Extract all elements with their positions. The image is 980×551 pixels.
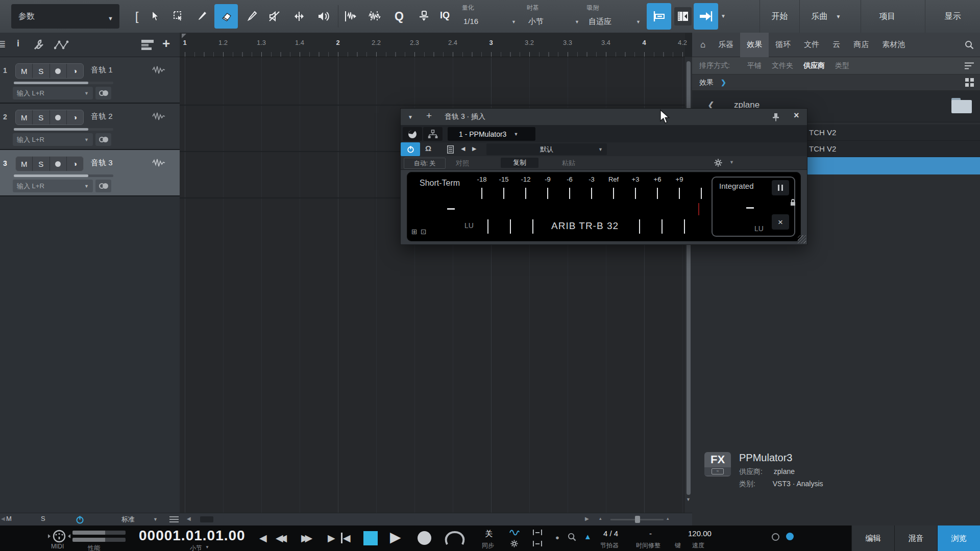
play-button[interactable]: ▶ xyxy=(390,529,401,545)
params-dropdown[interactable]: 参数 ▼ xyxy=(11,4,119,29)
edit-button[interactable]: 编辑 xyxy=(851,525,894,551)
track-row[interactable]: 2 M S ◑ 音轨 2 输入 L+R▼ xyxy=(0,104,180,150)
timebase-chevron-icon[interactable]: ▼ xyxy=(575,19,579,24)
time-display[interactable]: 00001.01.01.00 xyxy=(139,528,246,544)
prerecord-wave-icon[interactable] xyxy=(509,530,520,536)
stereo-mode-button[interactable] xyxy=(95,87,111,99)
track-name[interactable]: 音轨 2 xyxy=(91,112,113,121)
tool-pointer[interactable] xyxy=(145,4,165,29)
plugin-window[interactable]: ▼ + 音轨 3 · 插入 × 1 - PPMulator3 ▼ Ω ◀ ▶ 默… xyxy=(400,108,807,245)
zoom-out-icon[interactable]: ▴ xyxy=(599,516,602,521)
autoscroll-toggle-button[interactable] xyxy=(694,3,718,30)
resize-grip[interactable] xyxy=(798,235,806,243)
sync-value[interactable]: 关 xyxy=(485,529,493,539)
mute-button[interactable]: M xyxy=(16,110,33,124)
tab-pool[interactable]: 素材池 xyxy=(875,33,912,57)
lock-icon[interactable] xyxy=(790,199,796,206)
prev-preset-icon[interactable]: ◀ xyxy=(461,145,465,152)
mute-button[interactable]: M xyxy=(16,157,33,171)
routing-button[interactable] xyxy=(423,127,443,141)
mode-chevron-icon[interactable]: ▼ xyxy=(153,517,158,522)
snap-chevron-icon[interactable]: ▼ xyxy=(636,19,641,24)
snap-toggle-button[interactable] xyxy=(647,3,671,30)
menu-song[interactable]: 乐曲▼ xyxy=(799,0,852,33)
input-select[interactable]: 输入 L+R▼ xyxy=(13,87,93,99)
plugin-slot-select[interactable]: 1 - PPMulator3 ▼ xyxy=(448,127,535,141)
lines-icon[interactable] xyxy=(169,516,179,523)
tab-loops[interactable]: 循环 xyxy=(769,33,797,57)
paste-button[interactable]: 粘贴 xyxy=(562,159,575,168)
tab-shop[interactable]: 商店 xyxy=(847,33,875,57)
monitor-button[interactable]: ◑ xyxy=(67,110,83,124)
next-marker-button[interactable]: ▶ xyxy=(328,532,335,544)
automation-icon[interactable] xyxy=(54,40,71,50)
action-transform[interactable] xyxy=(340,4,360,29)
hscroll-thumb[interactable] xyxy=(200,516,213,522)
tab-cloud[interactable]: 云 xyxy=(826,33,847,57)
zoom-in-icon[interactable]: ▴ xyxy=(667,516,669,521)
precount-icon[interactable]: ● xyxy=(555,534,559,541)
pause-button[interactable] xyxy=(772,180,789,195)
action-quantize[interactable]: Q xyxy=(389,4,409,29)
menu-show[interactable]: 显示 xyxy=(925,0,980,33)
marker-solo-button[interactable]: S xyxy=(41,515,45,522)
tab-instruments[interactable]: 乐器 xyxy=(712,33,740,57)
track-row[interactable]: 1 M S ◑ 音轨 1 输入 L+R▼ xyxy=(0,57,180,104)
inspector-icon[interactable]: i xyxy=(17,38,19,49)
grid-view-icon[interactable] xyxy=(965,78,974,87)
timebase-value[interactable]: 小节 xyxy=(528,17,544,27)
input-select[interactable]: 输入 L+R▼ xyxy=(13,180,93,192)
snap-value[interactable]: 自适应 xyxy=(589,17,611,27)
plugin-titlebar[interactable]: ▼ + 音轨 3 · 插入 × xyxy=(401,109,807,126)
indicator-off-icon[interactable] xyxy=(772,533,779,541)
action-macro[interactable] xyxy=(413,4,434,29)
gear-chevron-icon[interactable]: ▼ xyxy=(729,160,734,165)
bypass-curve-icon[interactable]: Ω xyxy=(425,144,431,153)
tab-effects[interactable]: 效果 xyxy=(740,33,769,57)
performance-mode-icon[interactable]: ▲ xyxy=(584,532,592,541)
time-format-select[interactable]: 小节 xyxy=(190,544,202,551)
solo-button[interactable]: S xyxy=(33,157,50,171)
box-view-icon[interactable]: ⊡ xyxy=(421,228,427,236)
bypass-pie-button[interactable] xyxy=(403,127,422,141)
playhead-marker[interactable] xyxy=(182,34,186,38)
volume-slider[interactable] xyxy=(14,174,113,177)
solo-button[interactable]: S xyxy=(33,110,50,124)
sort-folder[interactable]: 文件夹 xyxy=(772,61,793,70)
film-toggle-button[interactable] xyxy=(674,7,692,26)
indicator-on-icon[interactable] xyxy=(786,533,794,540)
close-meter-button[interactable]: × xyxy=(772,214,789,230)
record-arm-button[interactable] xyxy=(50,110,67,124)
scroll-down-icon[interactable]: ▼ xyxy=(686,497,691,502)
stop-button[interactable] xyxy=(363,531,378,545)
tool-range[interactable] xyxy=(168,4,189,29)
hscroll-left-icon[interactable]: ◀ xyxy=(187,516,191,521)
record-arm-button[interactable] xyxy=(50,157,67,171)
track-name[interactable]: 音轨 3 xyxy=(91,158,113,168)
tool-mute[interactable] xyxy=(264,4,285,29)
volume-slider[interactable] xyxy=(14,128,113,131)
tempo-value[interactable]: 120.00 xyxy=(688,529,712,538)
volume-slider[interactable] xyxy=(14,82,113,84)
marker-mute-button[interactable]: M xyxy=(6,515,12,522)
preset-select[interactable]: 默认 ▼ xyxy=(486,143,607,155)
track-name[interactable]: 音轨 1 xyxy=(91,65,113,75)
quantize-value[interactable]: 1/16 xyxy=(463,17,478,26)
mute-button[interactable]: M xyxy=(16,64,33,78)
sort-icon[interactable] xyxy=(965,62,974,69)
timestretch-value[interactable]: - xyxy=(649,529,652,538)
menu-project[interactable]: 项目 xyxy=(861,0,914,33)
quantize-chevron-icon[interactable]: ▼ xyxy=(511,19,516,24)
time-signature-value[interactable]: 4 / 4 xyxy=(603,529,618,538)
timeline-ruler[interactable]: 1 1.2 1.3 1.4 2 2.2 2.3 2.4 3 3.2 3.3 3.… xyxy=(180,33,685,57)
pin-icon[interactable] xyxy=(772,113,779,121)
punch-in-icon[interactable] xyxy=(533,530,542,535)
solo-button[interactable]: S xyxy=(33,64,50,78)
record-button[interactable] xyxy=(418,531,431,545)
midi-connector-icon[interactable] xyxy=(46,530,72,543)
close-icon[interactable]: × xyxy=(794,110,799,121)
zoom-slider-thumb[interactable] xyxy=(635,516,640,523)
list-icon[interactable]: ≣ xyxy=(0,38,6,50)
input-select[interactable]: 输入 L+R▼ xyxy=(13,133,93,146)
add-insert-icon[interactable]: + xyxy=(426,110,432,121)
